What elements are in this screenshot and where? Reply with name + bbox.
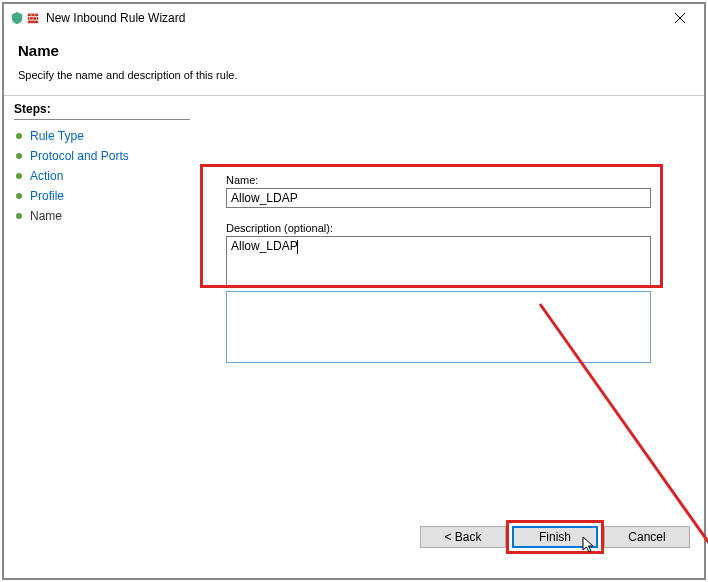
close-icon bbox=[674, 12, 686, 24]
bullet-icon bbox=[16, 153, 22, 159]
form-area: Name: Description (optional): Allow_LDAP bbox=[226, 174, 651, 286]
text-caret bbox=[297, 240, 298, 254]
step-label: Action bbox=[30, 169, 63, 183]
svg-rect-2 bbox=[28, 21, 39, 24]
bullet-icon bbox=[16, 173, 22, 179]
step-action[interactable]: Action bbox=[14, 166, 190, 186]
button-row: < Back Finish Cancel bbox=[420, 516, 690, 558]
bullet-icon bbox=[16, 193, 22, 199]
firewall-icon bbox=[10, 11, 40, 25]
bullet-icon bbox=[16, 133, 22, 139]
steps-panel: Steps: Rule Type Protocol and Ports Acti… bbox=[4, 96, 200, 558]
finish-button[interactable]: Finish bbox=[512, 526, 598, 548]
step-label: Protocol and Ports bbox=[30, 149, 129, 163]
main-panel: Name: Description (optional): Allow_LDAP… bbox=[200, 96, 704, 558]
step-name[interactable]: Name bbox=[14, 206, 190, 226]
name-label: Name: bbox=[226, 174, 651, 186]
name-input[interactable] bbox=[226, 188, 651, 208]
step-label: Rule Type bbox=[30, 129, 84, 143]
step-protocol-ports[interactable]: Protocol and Ports bbox=[14, 146, 190, 166]
page-description: Specify the name and description of this… bbox=[18, 69, 690, 81]
step-label: Profile bbox=[30, 189, 64, 203]
svg-rect-0 bbox=[28, 14, 39, 17]
panel-outline bbox=[226, 291, 651, 363]
back-button[interactable]: < Back bbox=[420, 526, 506, 548]
page-title: Name bbox=[18, 42, 690, 59]
steps-label: Steps: bbox=[14, 102, 190, 120]
description-input[interactable]: Allow_LDAP bbox=[226, 236, 651, 286]
step-profile[interactable]: Profile bbox=[14, 186, 190, 206]
cancel-button[interactable]: Cancel bbox=[604, 526, 690, 548]
header-area: Name Specify the name and description of… bbox=[4, 32, 704, 95]
window-title: New Inbound Rule Wizard bbox=[46, 11, 660, 25]
dialog-window: New Inbound Rule Wizard Name Specify the… bbox=[2, 2, 706, 580]
step-rule-type[interactable]: Rule Type bbox=[14, 126, 190, 146]
bullet-icon bbox=[16, 213, 22, 219]
close-button[interactable] bbox=[660, 5, 700, 31]
step-label: Name bbox=[30, 209, 62, 223]
titlebar: New Inbound Rule Wizard bbox=[4, 4, 704, 32]
body: Steps: Rule Type Protocol and Ports Acti… bbox=[4, 96, 704, 558]
description-label: Description (optional): bbox=[226, 222, 651, 234]
